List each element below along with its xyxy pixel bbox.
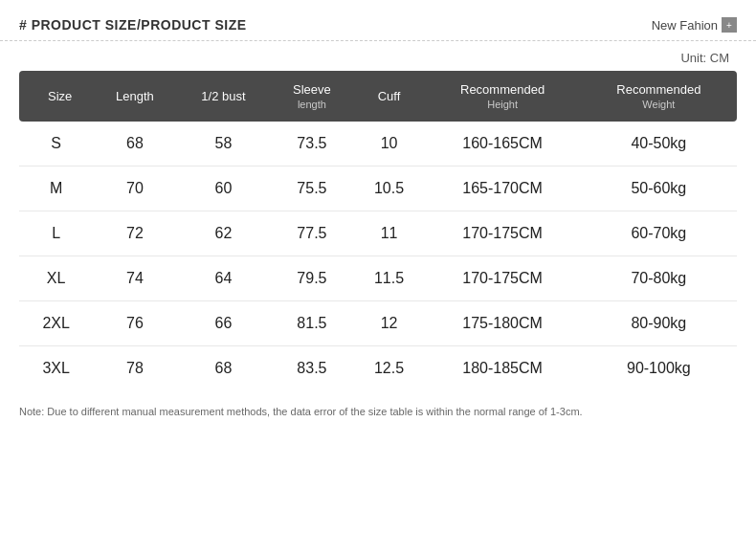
header-section: # PRODUCT SIZE/PRODUCT SIZE New Fahion + bbox=[0, 0, 756, 41]
cell-length: 70 bbox=[93, 167, 176, 211]
col-sleeve: Sleevelength bbox=[270, 71, 353, 122]
cell-sleeve: 83.5 bbox=[270, 346, 353, 391]
table-header-row: Size Length 1/2 bust Sleevelength Cuff R… bbox=[19, 71, 737, 122]
cell-size: 2XL bbox=[19, 301, 93, 346]
cell-sleeve: 77.5 bbox=[270, 211, 353, 256]
cell-cuff: 11.5 bbox=[354, 256, 425, 301]
badge-label: New Fahion bbox=[652, 18, 718, 33]
cell-rec-weight: 70-80kg bbox=[581, 256, 737, 301]
cell-size: 3XL bbox=[19, 346, 93, 391]
table-row: XL746479.511.5170-175CM70-80kg bbox=[19, 256, 737, 301]
product-title: # PRODUCT SIZE/PRODUCT SIZE bbox=[19, 17, 247, 33]
unit-label: Unit: CM bbox=[0, 41, 756, 71]
cell-length: 78 bbox=[93, 346, 176, 391]
table-row: 2XL766681.512175-180CM80-90kg bbox=[19, 301, 737, 346]
cell-rec-weight: 60-70kg bbox=[581, 211, 737, 256]
cell-half-bust: 60 bbox=[177, 167, 271, 211]
cell-length: 74 bbox=[93, 256, 176, 301]
col-rec-weight: RecommendedWeight bbox=[581, 71, 737, 122]
cell-cuff: 12 bbox=[354, 301, 425, 346]
cell-rec-height: 165-170CM bbox=[424, 167, 580, 211]
cell-rec-height: 175-180CM bbox=[424, 301, 580, 346]
cell-size: M bbox=[19, 167, 93, 211]
cell-rec-height: 170-175CM bbox=[424, 256, 580, 301]
size-table-wrapper: Size Length 1/2 bust Sleevelength Cuff R… bbox=[0, 71, 756, 390]
note-text: Note: Due to different manual measuremen… bbox=[19, 406, 583, 417]
col-rec-height: RecommendedHeight bbox=[424, 71, 580, 122]
new-fashion-badge: New Fahion + bbox=[652, 17, 737, 33]
cell-cuff: 10.5 bbox=[354, 167, 425, 211]
cell-sleeve: 81.5 bbox=[270, 301, 353, 346]
table-row: S685873.510160-165CM40-50kg bbox=[19, 122, 737, 167]
cell-rec-weight: 50-60kg bbox=[581, 167, 737, 211]
cell-sleeve: 73.5 bbox=[270, 122, 353, 167]
cell-cuff: 11 bbox=[354, 211, 425, 256]
cell-rec-height: 170-175CM bbox=[424, 211, 580, 256]
cell-sleeve: 79.5 bbox=[270, 256, 353, 301]
table-row: L726277.511170-175CM60-70kg bbox=[19, 211, 737, 256]
cell-size: XL bbox=[19, 256, 93, 301]
col-half-bust: 1/2 bust bbox=[177, 71, 271, 122]
cell-rec-weight: 80-90kg bbox=[581, 301, 737, 346]
table-row: 3XL786883.512.5180-185CM90-100kg bbox=[19, 346, 737, 391]
cell-length: 72 bbox=[93, 211, 176, 256]
cell-length: 68 bbox=[93, 122, 176, 167]
cell-sleeve: 75.5 bbox=[270, 167, 353, 211]
cell-size: S bbox=[19, 122, 93, 167]
cell-half-bust: 68 bbox=[177, 346, 271, 391]
page-container: # PRODUCT SIZE/PRODUCT SIZE New Fahion +… bbox=[0, 0, 756, 533]
cell-rec-height: 180-185CM bbox=[424, 346, 580, 391]
cell-half-bust: 64 bbox=[177, 256, 271, 301]
size-table: Size Length 1/2 bust Sleevelength Cuff R… bbox=[19, 71, 737, 390]
cell-cuff: 12.5 bbox=[354, 346, 425, 391]
cell-half-bust: 62 bbox=[177, 211, 271, 256]
cell-size: L bbox=[19, 211, 93, 256]
col-size: Size bbox=[19, 71, 93, 122]
col-cuff: Cuff bbox=[354, 71, 425, 122]
cell-cuff: 10 bbox=[354, 122, 425, 167]
col-length: Length bbox=[93, 71, 176, 122]
note-section: Note: Due to different manual measuremen… bbox=[0, 390, 756, 421]
cell-half-bust: 66 bbox=[177, 301, 271, 346]
cell-rec-height: 160-165CM bbox=[424, 122, 580, 167]
cell-rec-weight: 40-50kg bbox=[581, 122, 737, 167]
cell-length: 76 bbox=[93, 301, 176, 346]
table-row: M706075.510.5165-170CM50-60kg bbox=[19, 167, 737, 211]
badge-icon: + bbox=[722, 17, 737, 33]
cell-half-bust: 58 bbox=[177, 122, 271, 167]
cell-rec-weight: 90-100kg bbox=[581, 346, 737, 391]
